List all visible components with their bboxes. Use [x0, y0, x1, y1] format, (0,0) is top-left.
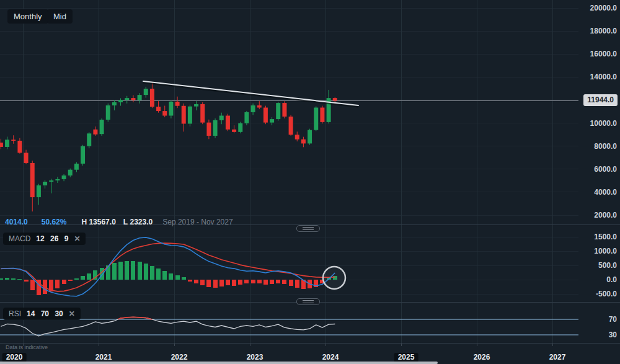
candle-body [81, 146, 85, 164]
macd-tick-label: 1000.0 [594, 246, 617, 256]
macd-params: 12 26 9 [36, 234, 68, 243]
candle-body [68, 170, 73, 175]
candle-body [194, 104, 198, 107]
candle-body [333, 98, 337, 100]
candle-body [175, 102, 180, 106]
time-axis-year-label: 2023 [247, 353, 264, 362]
candle-body [55, 179, 60, 180]
rsi-title: RSI [9, 309, 21, 318]
candle-body [74, 164, 79, 170]
candle-body [24, 153, 29, 163]
candle-body [30, 163, 35, 197]
gridlines [0, 0, 578, 346]
candle-body [125, 98, 129, 100]
price-mode-button[interactable]: Mid [47, 9, 73, 24]
candle-body [219, 115, 224, 120]
price-tick-label: 14000.0 [590, 72, 617, 82]
candle-body [62, 175, 66, 179]
candle-body [138, 95, 142, 100]
pane-resize-handle[interactable] [296, 298, 320, 305]
rsi-tick-label: 30 [609, 330, 617, 340]
time-axis-year-label: 2021 [95, 353, 112, 362]
candle-body [106, 105, 110, 120]
price-tick-label: 20000.0 [590, 3, 617, 13]
candle-body [314, 108, 318, 130]
candle-body [308, 130, 312, 144]
period-low: L 2323.0 [123, 218, 153, 226]
instrument-info-bar: 4014.0 50.62% H 13567.0 L 2323.0 Sep 201… [5, 218, 233, 226]
candle-body [257, 105, 262, 108]
candle-body [112, 102, 117, 105]
candle-body [49, 180, 53, 182]
candle-body [37, 185, 41, 197]
macd-title: MACD [9, 234, 30, 243]
time-axis-year-label: 2025 [394, 353, 418, 362]
candle-body [206, 123, 211, 136]
candle-body [213, 120, 218, 136]
candle-body [251, 105, 255, 112]
candle-body [301, 140, 306, 144]
candle-body [276, 103, 280, 119]
time-axis-year-label: 2024 [322, 353, 339, 362]
candle-body [43, 182, 47, 185]
candle-body [150, 89, 154, 107]
timeframe-button[interactable]: Monthly [7, 9, 48, 24]
price-tick-label: 8000.0 [594, 141, 617, 151]
candle-body [320, 108, 324, 122]
rsi-close-icon[interactable]: ✕ [69, 309, 75, 318]
candle-body [169, 102, 173, 116]
candle-body [87, 133, 91, 146]
macd-tick-label: 1500.0 [594, 232, 617, 242]
candle-body [295, 135, 299, 139]
price-tick-label: 6000.0 [594, 164, 617, 174]
candle-body [5, 140, 9, 147]
rsi-indicator-label[interactable]: RSI 14 70 30 ✕ [3, 308, 81, 320]
candle-body [264, 108, 268, 123]
candle-body [93, 130, 97, 135]
candle-body [11, 140, 16, 141]
price-tick-label: 10000.0 [590, 118, 617, 128]
macd-indicator-label[interactable]: MACD 12 26 9 ✕ [3, 233, 86, 245]
last-price-label: 11944.0 [583, 94, 618, 106]
candle-body [156, 107, 161, 111]
trading-chart-window: Monthly Mid 4014.0 50.62% H 13567.0 L 23… [0, 0, 620, 364]
candle-body [188, 107, 192, 124]
pane-resize-handle[interactable] [296, 225, 320, 232]
rsi-tick-label: 70 [609, 314, 617, 324]
time-axis-year-label: 2027 [549, 353, 566, 362]
data-indicative-note: Data is indicative [6, 344, 48, 350]
macd-tick-label: -500.0 [596, 289, 617, 299]
time-axis-year-label: 2026 [474, 353, 490, 362]
candle-body [162, 111, 167, 115]
price-tick-label: 16000.0 [590, 49, 617, 59]
candle-body [232, 130, 236, 132]
candle-body [118, 100, 123, 102]
candle-body [131, 98, 135, 100]
chart-canvas[interactable] [0, 0, 620, 364]
candle-body [100, 120, 104, 134]
macd-crossover-highlight-circle[interactable] [323, 267, 345, 289]
macd-close-icon[interactable]: ✕ [74, 234, 80, 243]
candle-body [270, 119, 274, 123]
horizontal-scrollbar-thumb[interactable] [0, 362, 438, 364]
candle-body [282, 103, 286, 117]
price-tick-label: 2000.0 [594, 210, 617, 220]
macd-tick-label: 500.0 [598, 260, 617, 270]
candle-body [200, 104, 205, 123]
candle-body [289, 117, 293, 135]
candle-body [226, 115, 230, 129]
price-tick-label: 4000.0 [594, 187, 617, 197]
candle-body [0, 143, 3, 147]
macd-tick-label: 0.0 [606, 275, 617, 285]
candle-body [144, 89, 148, 95]
candle-body [182, 106, 186, 124]
candle-body [244, 112, 249, 123]
time-axis-year-label: 2022 [171, 353, 188, 362]
rsi-params: 14 70 30 [27, 309, 63, 318]
candle-body [238, 123, 242, 132]
change-value: 4014.0 [5, 218, 28, 226]
price-tick-label: 18000.0 [590, 26, 617, 36]
period-high: H 13567.0 [81, 218, 115, 226]
change-percent: 50.62% [42, 218, 67, 226]
time-axis-year-label: 2020 [2, 353, 27, 362]
